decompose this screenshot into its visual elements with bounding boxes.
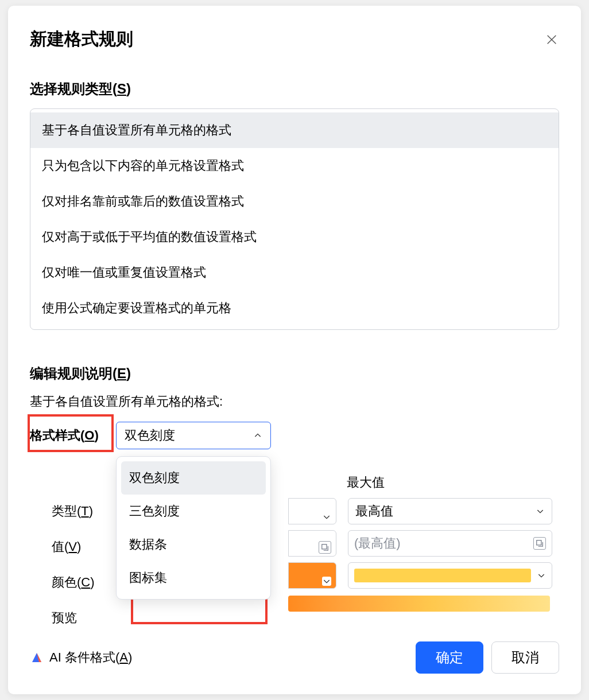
chevron-down-icon — [536, 507, 545, 516]
rule-type-section-label: 选择规则类型(S) — [30, 80, 559, 98]
preview-gradient-bar — [288, 596, 550, 612]
format-style-select-wrap: 双色刻度 双色刻度 三色刻度 数据条 图标集 — [116, 422, 271, 449]
format-style-value: 双色刻度 — [125, 427, 175, 444]
edit-rule-section-label: 编辑规则说明(E) — [30, 364, 559, 383]
dialog-footer: AI 条件格式(A) 确定 取消 — [30, 641, 559, 674]
preview-row-label: 预览 — [52, 609, 95, 627]
max-type-value: 最高值 — [355, 503, 393, 520]
svg-rect-0 — [322, 545, 327, 549]
ok-button[interactable]: 确定 — [416, 641, 483, 674]
style-option-two-color[interactable]: 双色刻度 — [121, 461, 266, 495]
max-color-select[interactable] — [348, 562, 552, 589]
rule-type-option-3[interactable]: 仅对高于或低于平均值的数值设置格式 — [30, 219, 559, 255]
rule-type-listbox[interactable]: 基于各自值设置所有单元格的格式 只为包含以下内容的单元格设置格式 仅对排名靠前或… — [30, 108, 559, 330]
min-type-select-tail[interactable] — [288, 498, 336, 524]
property-row-labels: 类型(T) 值(V) 颜色(C) 预览 — [52, 503, 95, 627]
max-type-select[interactable]: 最高值 — [348, 498, 552, 524]
format-style-select[interactable]: 双色刻度 — [116, 422, 271, 449]
type-row-label: 类型(T) — [52, 503, 95, 520]
color-swatch-yellow — [354, 569, 531, 582]
footer-buttons: 确定 取消 — [416, 641, 559, 674]
close-icon — [545, 33, 558, 46]
svg-rect-1 — [537, 540, 541, 545]
style-option-icon-set[interactable]: 图标集 — [121, 561, 266, 594]
cancel-button[interactable]: 取消 — [491, 641, 559, 674]
rule-type-option-5[interactable]: 使用公式确定要设置格式的单元格 — [30, 290, 559, 326]
max-value-input[interactable]: (最高值) — [348, 530, 552, 557]
chevron-up-icon — [253, 431, 262, 440]
rule-type-option-4[interactable]: 仅对唯一值或重复值设置格式 — [30, 255, 559, 290]
value-row-label: 值(V) — [52, 538, 95, 555]
format-style-label: 格式样式(O) — [30, 427, 116, 444]
max-column-header: 最大值 — [347, 474, 385, 491]
dialog-header: 新建格式规则 — [30, 28, 559, 51]
rule-type-option-1[interactable]: 只为包含以下内容的单元格设置格式 — [30, 148, 559, 184]
cell-ref-picker-icon — [319, 541, 331, 554]
color-row-label: 颜色(C) — [52, 574, 95, 591]
style-option-data-bar[interactable]: 数据条 — [121, 528, 266, 561]
close-button[interactable] — [544, 32, 559, 47]
format-style-dropdown: 双色刻度 三色刻度 数据条 图标集 — [116, 456, 271, 600]
dialog-title: 新建格式规则 — [30, 28, 133, 51]
format-style-row: 格式样式(O) 双色刻度 双色刻度 三色刻度 数据条 图标集 — [30, 422, 559, 449]
chevron-down-icon — [322, 512, 331, 522]
chevron-down-icon — [537, 571, 546, 580]
rule-type-option-2[interactable]: 仅对排名靠前或靠后的数值设置格式 — [30, 184, 559, 219]
max-value-placeholder: (最高值) — [354, 535, 401, 552]
chevron-down-icon — [322, 577, 331, 586]
rule-type-option-0[interactable]: 基于各自值设置所有单元格的格式 — [30, 112, 559, 148]
ai-conditional-format-link[interactable]: AI 条件格式(A) — [30, 649, 132, 666]
new-format-rule-dialog: 新建格式规则 选择规则类型(S) 基于各自值设置所有单元格的格式 只为包含以下内… — [8, 6, 581, 694]
min-value-input-tail[interactable] — [288, 530, 336, 557]
cell-ref-picker-icon[interactable] — [533, 537, 546, 550]
style-option-three-color[interactable]: 三色刻度 — [121, 495, 266, 528]
ai-logo-icon — [30, 651, 44, 664]
edit-rule-description: 基于各自值设置所有单元格的格式: — [30, 393, 559, 410]
min-color-select-tail[interactable] — [288, 562, 336, 589]
